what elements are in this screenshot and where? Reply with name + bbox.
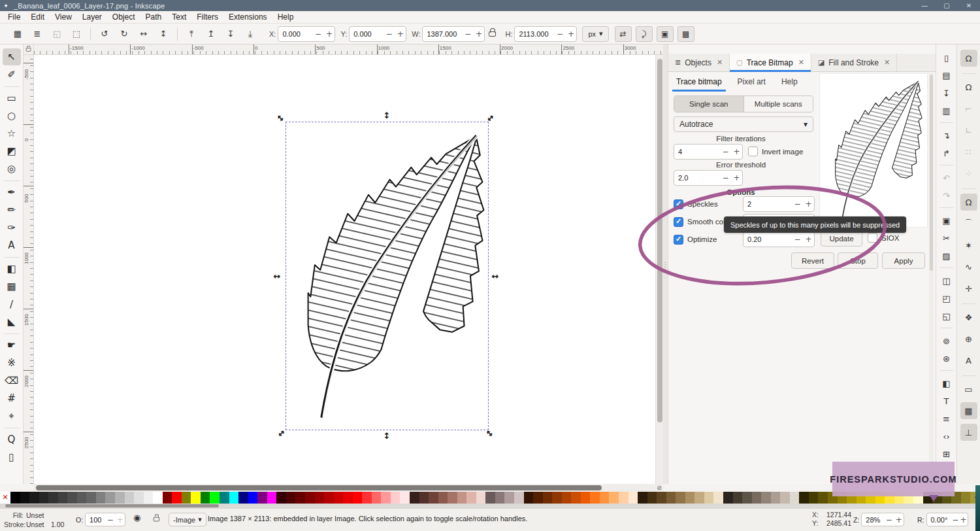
snap-bounding-box-icon[interactable]: Ω <box>960 78 977 95</box>
units-dropdown[interactable]: px ▾ <box>582 26 608 42</box>
palette-swatch[interactable] <box>115 492 125 504</box>
pen-tool[interactable]: ✒ <box>3 184 21 201</box>
palette-scrollbar[interactable] <box>0 504 980 508</box>
stop-button[interactable]: Stop <box>838 252 878 269</box>
tab-pixel-art[interactable]: Pixel art <box>730 75 774 92</box>
export-icon[interactable]: ↱ <box>939 145 955 161</box>
rotate-ccw-icon[interactable]: ↺ <box>97 26 112 42</box>
increment-button[interactable]: + <box>803 199 814 209</box>
filter-iterations-input[interactable]: 4 − + <box>674 144 743 160</box>
palette-swatch[interactable] <box>105 492 115 504</box>
palette-swatch[interactable] <box>723 492 733 504</box>
x-decrement-button[interactable]: − <box>312 29 323 39</box>
select-all-layers-icon[interactable]: ≣ <box>29 26 45 42</box>
snap-guides-icon[interactable]: ⊥ <box>960 424 977 441</box>
rotate-cw-icon[interactable]: ↻ <box>116 26 132 42</box>
option-value[interactable]: 2 <box>743 200 792 208</box>
palette-swatch[interactable] <box>524 492 534 504</box>
palette-swatch[interactable] <box>619 492 629 504</box>
snap-toggle-icon[interactable]: Ω <box>960 50 977 67</box>
selection-handle-top-center[interactable]: ↕ <box>382 110 392 120</box>
snap-text-baseline-icon[interactable]: A <box>960 352 977 369</box>
palette-swatch[interactable] <box>163 492 172 504</box>
dock-tab-trace-bitmap[interactable]: ◌Trace Bitmap✕ <box>730 54 811 71</box>
calligraphy-tool[interactable]: ✑ <box>3 219 21 236</box>
stroke-value[interactable]: Unset <box>26 521 51 528</box>
palette-swatch[interactable] <box>20 492 30 504</box>
snap-smooth-nodes-icon[interactable]: ∿ <box>960 258 977 275</box>
palette-swatch[interactable] <box>229 492 239 504</box>
menu-extensions[interactable]: Extensions <box>223 12 272 22</box>
import-icon[interactable]: ↴ <box>939 128 955 143</box>
new-document-icon[interactable]: ▯ <box>939 50 955 65</box>
menu-text[interactable]: Text <box>167 12 191 22</box>
palette-swatch[interactable] <box>77 492 87 504</box>
h-decrement-button[interactable]: − <box>554 29 565 39</box>
y-increment-button[interactable]: + <box>395 29 406 39</box>
decrement-button[interactable]: − <box>792 235 803 244</box>
palette-swatch[interactable] <box>495 492 505 504</box>
layer-lock-icon[interactable] <box>153 515 160 523</box>
palette-swatch[interactable] <box>48 492 58 504</box>
text-tool[interactable]: A <box>3 237 21 254</box>
decrement-button[interactable]: − <box>792 199 803 209</box>
stroke-width-value[interactable]: 1.00 <box>51 521 69 528</box>
snap-page-border-icon[interactable]: ▭ <box>960 381 977 398</box>
menu-view[interactable]: View <box>50 12 77 22</box>
rotation-value[interactable]: 0.00° <box>927 516 952 524</box>
palette-swatch[interactable] <box>125 492 135 504</box>
y-input[interactable]: 0.000 − + <box>349 26 406 42</box>
palette-swatch[interactable] <box>353 492 363 504</box>
decrement-button[interactable]: − <box>105 515 115 524</box>
palette-swatch[interactable] <box>780 492 790 504</box>
dock-tab-objects[interactable]: ≣Objects✕ <box>668 54 730 71</box>
menu-object[interactable]: Object <box>107 12 140 22</box>
palette-swatch[interactable] <box>286 492 296 504</box>
decrement-button[interactable]: − <box>884 515 894 524</box>
decrement-button[interactable]: − <box>720 173 731 182</box>
width-input[interactable]: 1387.000 − + <box>422 26 485 42</box>
layer-dropdown[interactable]: -Image ▾ <box>169 513 206 526</box>
palette-swatch[interactable] <box>448 492 457 504</box>
close-icon[interactable]: ✕ <box>884 58 890 67</box>
snap-grid-icon[interactable]: ▦ <box>960 402 977 419</box>
pages-tool[interactable]: ▯ <box>3 449 21 466</box>
opacity-input[interactable]: 100 − + <box>85 513 125 526</box>
save-document-icon[interactable]: ↧ <box>939 85 955 101</box>
selection-handle-middle-left[interactable]: ↔ <box>272 271 282 281</box>
speckles-input[interactable]: 2−+ <box>743 196 815 212</box>
palette-swatch[interactable] <box>334 492 344 504</box>
select-same-icon[interactable]: ⬚ <box>69 26 84 42</box>
node-tool[interactable]: ✐ <box>3 66 21 83</box>
unlink-clone-icon[interactable]: ◱ <box>939 308 955 324</box>
palette-swatch[interactable] <box>362 492 372 504</box>
snap-path-intersections-icon[interactable]: ⌒ <box>960 215 977 232</box>
paste-icon[interactable]: ▨ <box>939 248 955 264</box>
palette-swatch[interactable] <box>543 492 553 504</box>
palette-swatch[interactable] <box>324 492 334 504</box>
checkbox-icon[interactable] <box>868 233 877 243</box>
paint-bucket-tool[interactable]: ◣ <box>3 313 21 330</box>
palette-swatch[interactable] <box>799 492 809 504</box>
pencil-tool[interactable]: ✏ <box>3 201 21 218</box>
lower-to-bottom-icon[interactable]: ⤓ <box>242 26 258 42</box>
palette-swatch[interactable] <box>581 492 591 504</box>
opacity-value[interactable]: 100 <box>86 516 105 524</box>
palette-swatch[interactable] <box>267 492 277 504</box>
palette-swatch[interactable] <box>391 492 400 504</box>
fill-stroke-dialog-icon[interactable]: ◧ <box>939 375 955 391</box>
palette-swatch[interactable] <box>410 492 419 504</box>
palette-swatch[interactable] <box>761 492 771 504</box>
vertical-scrollbar-thumb[interactable] <box>657 59 662 422</box>
close-button[interactable]: ✕ <box>958 0 980 11</box>
palette-swatch[interactable] <box>172 492 182 504</box>
scan-mode-single-scan[interactable]: Single scan <box>674 96 743 112</box>
zoom-value[interactable]: 28% <box>862 516 884 524</box>
palette-swatch[interactable] <box>704 492 714 504</box>
snap-indicator-icon[interactable]: ⊘ <box>655 484 663 492</box>
spray-tool[interactable]: ※ <box>3 354 21 371</box>
error-threshold-input[interactable]: 2.0 − + <box>674 170 743 186</box>
x-input[interactable]: 0.000 − + <box>278 26 335 42</box>
palette-swatch[interactable] <box>752 492 762 504</box>
menu-help[interactable]: Help <box>272 12 299 22</box>
